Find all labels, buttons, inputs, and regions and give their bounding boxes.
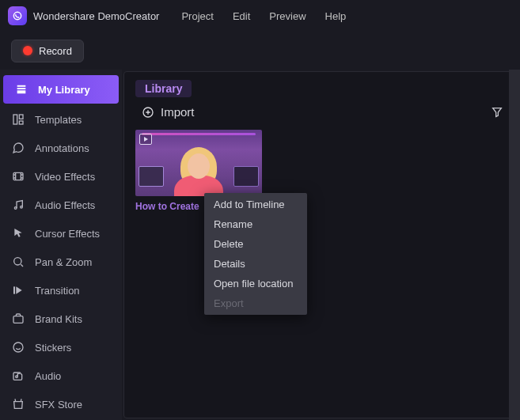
sidebar-item-video-effects[interactable]: Video Effects	[0, 162, 122, 191]
sidebar-item-label: Transition	[35, 285, 80, 297]
svg-rect-8	[13, 286, 15, 293]
video-effects-icon	[11, 169, 25, 184]
transition-icon	[11, 283, 25, 297]
record-label: Record	[39, 45, 72, 57]
right-scrollbar[interactable]	[509, 70, 520, 420]
sidebar-item-label: SFX Store	[35, 399, 82, 411]
cursor-effects-icon	[11, 226, 25, 240]
sidebar-item-label: Stickers	[35, 342, 71, 354]
main-panel: Library Import	[123, 71, 515, 418]
menu-edit[interactable]: Edit	[233, 10, 250, 22]
sidebar-item-my-library[interactable]: My Library	[3, 75, 119, 104]
content-area: How to Create	[124, 127, 514, 418]
ctx-details[interactable]: Details	[204, 254, 307, 274]
titlebar: Wondershare DemoCreator Project Edit Pre…	[0, 0, 520, 32]
brand-kits-icon	[11, 312, 25, 326]
svg-rect-3	[19, 121, 23, 124]
svg-point-7	[14, 258, 21, 265]
context-menu: Add to Timeline Rename Delete Details Op…	[204, 193, 307, 315]
sidebar-item-label: Annotations	[35, 142, 89, 154]
sidebar-item-templates[interactable]: Templates	[0, 105, 122, 134]
record-button[interactable]: Record	[11, 40, 84, 62]
sidebar: My Library Templates Annotations Video E…	[0, 70, 122, 420]
ctx-add-to-timeline[interactable]: Add to Timeline	[204, 195, 307, 214]
svg-rect-4	[13, 172, 23, 180]
sidebar-item-audio-effects[interactable]: Audio Effects	[0, 191, 122, 219]
sidebar-item-stickers[interactable]: Stickers	[0, 333, 122, 361]
record-dot-icon	[23, 46, 32, 55]
app-logo-icon	[8, 6, 27, 25]
sidebar-item-cursor-effects[interactable]: Cursor Effects	[0, 219, 122, 248]
sidebar-item-pan-zoom[interactable]: Pan & Zoom	[0, 248, 122, 276]
sidebar-item-label: Video Effects	[35, 171, 95, 183]
sidebar-item-annotations[interactable]: Annotations	[0, 134, 122, 162]
sidebar-item-label: Brand Kits	[35, 313, 82, 325]
sidebar-item-label: Audio Effects	[35, 199, 95, 211]
ctx-delete[interactable]: Delete	[204, 234, 307, 254]
media-thumbnail	[135, 130, 262, 196]
sidebar-item-audio[interactable]: Audio	[0, 361, 122, 390]
svg-point-6	[21, 206, 23, 208]
ctx-export: Export	[204, 293, 307, 313]
library-icon	[14, 82, 28, 96]
sidebar-item-label: My Library	[38, 84, 90, 96]
audio-effects-icon	[11, 198, 25, 212]
sidebar-item-label: Audio	[35, 370, 61, 382]
menu-help[interactable]: Help	[325, 10, 347, 22]
toolbar: Record	[0, 32, 520, 70]
import-button[interactable]: Import	[142, 105, 195, 119]
app-title: Wondershare DemoCreator	[33, 10, 159, 22]
ctx-rename[interactable]: Rename	[204, 214, 307, 234]
app-logo-area: Wondershare DemoCreator	[8, 6, 159, 25]
filter-icon[interactable]	[491, 106, 503, 119]
menu-project[interactable]: Project	[181, 10, 213, 22]
sidebar-item-transition[interactable]: Transition	[0, 276, 122, 305]
svg-rect-2	[19, 115, 23, 119]
sidebar-item-sfx-store[interactable]: SFX Store	[0, 390, 122, 418]
main-header: Library	[124, 72, 514, 100]
annotations-icon	[11, 141, 25, 155]
svg-point-5	[14, 207, 17, 210]
sidebar-item-brand-kits[interactable]: Brand Kits	[0, 305, 122, 333]
sfx-store-icon	[11, 397, 25, 411]
import-row: Import	[124, 100, 514, 127]
pan-zoom-icon	[11, 255, 25, 269]
stickers-icon	[11, 340, 25, 354]
menu-preview[interactable]: Preview	[269, 10, 306, 22]
tab-library[interactable]: Library	[135, 80, 192, 97]
svg-point-0	[13, 12, 21, 19]
templates-icon	[11, 112, 25, 127]
audio-icon	[11, 369, 25, 383]
svg-rect-9	[13, 316, 23, 324]
video-badge-icon	[139, 134, 152, 145]
import-plus-icon	[142, 106, 154, 119]
import-label: Import	[161, 105, 195, 119]
sidebar-item-label: Templates	[35, 114, 82, 126]
ctx-open-file-location[interactable]: Open file location	[204, 274, 307, 293]
sidebar-item-label: Cursor Effects	[35, 228, 100, 240]
svg-point-10	[13, 342, 23, 352]
sidebar-item-label: Pan & Zoom	[35, 256, 92, 268]
svg-rect-1	[13, 115, 17, 124]
